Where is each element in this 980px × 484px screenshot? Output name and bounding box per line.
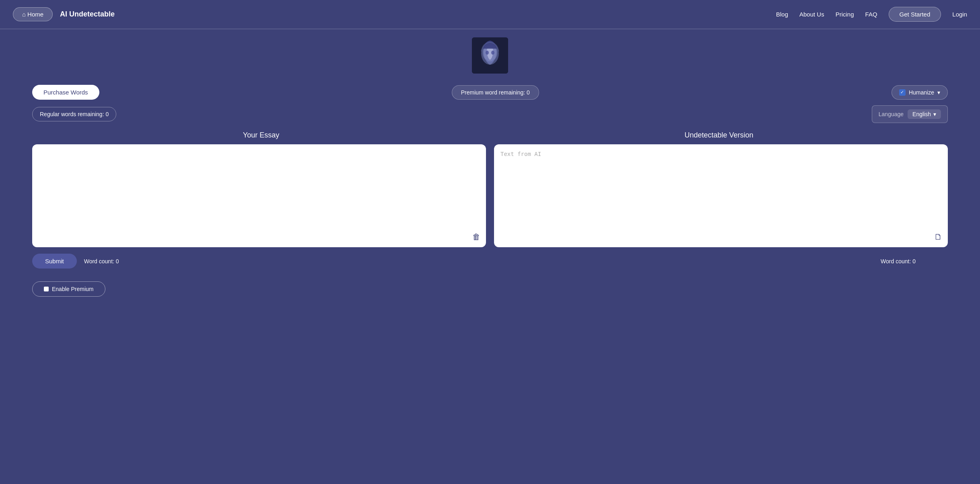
nav-about[interactable]: About Us — [799, 11, 824, 18]
trash-icon[interactable]: 🗑 — [472, 232, 480, 242]
svg-point-3 — [486, 51, 489, 55]
humanize-label: Humanize — [909, 89, 934, 96]
home-button[interactable]: ⌂ Home — [13, 7, 53, 21]
svg-point-4 — [491, 51, 494, 55]
panels-titles: Your Essay Undetectable Version — [32, 131, 948, 139]
home-icon: ⌂ — [22, 11, 26, 18]
nav-blog[interactable]: Blog — [776, 11, 788, 18]
language-label: Language — [879, 111, 904, 117]
logo-svg — [472, 37, 508, 74]
humanize-chevron-icon: ▾ — [937, 89, 940, 96]
panels-section: Your Essay Undetectable Version 🗑 🗋 Subm… — [32, 131, 948, 278]
language-dropdown[interactable]: English ▾ — [908, 109, 941, 119]
premium-words-remaining: Premium word remaining: 0 — [452, 85, 539, 100]
nav-faq[interactable]: FAQ — [865, 11, 877, 18]
app-logo: AI Undetectable — [60, 10, 115, 18]
submit-button[interactable]: Submit — [32, 254, 77, 269]
right-panel-title: Undetectable Version — [490, 131, 948, 139]
word-count-left: Word count: 0 — [84, 258, 119, 265]
enable-premium-label: Enable Premium — [52, 286, 94, 292]
language-value: English — [912, 111, 931, 117]
login-link[interactable]: Login — [952, 11, 967, 18]
word-count-right: Word count: 0 — [881, 258, 916, 265]
panels-row: 🗑 🗋 — [32, 144, 948, 247]
navbar: ⌂ Home AI Undetectable Blog About Us Pri… — [0, 0, 980, 29]
regular-words-remaining: Regular words remaining: 0 — [32, 107, 116, 121]
left-panel-title: Your Essay — [32, 131, 490, 139]
nav-links: Blog About Us Pricing FAQ Get Started Lo… — [776, 7, 967, 22]
enable-premium-section: Enable Premium — [32, 281, 948, 297]
humanize-toggle[interactable]: ✓ Humanize ▾ — [891, 85, 948, 100]
enable-premium-button[interactable]: Enable Premium — [32, 281, 105, 297]
humanize-checkbox: ✓ — [899, 89, 906, 96]
language-chevron-icon: ▾ — [933, 111, 936, 117]
home-label: Home — [27, 11, 43, 18]
undetectable-output[interactable] — [500, 151, 941, 239]
bottom-row: Submit Word count: 0 Word count: 0 — [32, 254, 948, 269]
essay-panel: 🗑 — [32, 144, 486, 247]
essay-input[interactable] — [39, 151, 480, 239]
nav-pricing[interactable]: Pricing — [836, 11, 854, 18]
premium-square-icon — [44, 287, 49, 291]
get-started-button[interactable]: Get Started — [889, 7, 941, 22]
main-content: Purchase Words Premium word remaining: 0… — [0, 29, 980, 313]
undetectable-panel: 🗋 — [494, 144, 948, 247]
controls-row-1: Purchase Words Premium word remaining: 0… — [32, 85, 948, 100]
language-selector: Language English ▾ — [872, 105, 948, 123]
purchase-words-button[interactable]: Purchase Words — [32, 85, 99, 100]
app-logo-image — [472, 37, 508, 74]
copy-icon[interactable]: 🗋 — [934, 232, 942, 242]
controls-row-2: Regular words remaining: 0 Language Engl… — [32, 105, 948, 123]
